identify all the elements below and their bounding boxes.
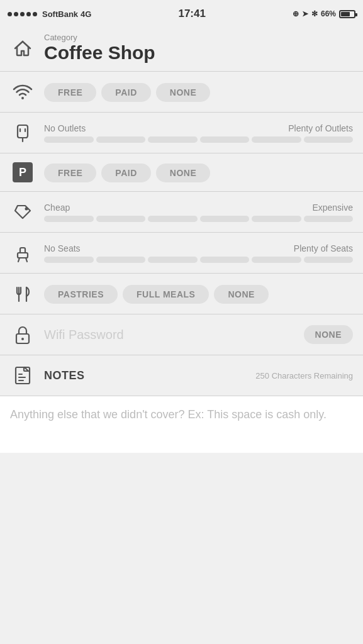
- food-toggle-group: PASTRIES FULL MEALS NONE: [44, 285, 353, 304]
- outlet-icon: [10, 121, 35, 144]
- wifi-options: FREE PAID NONE: [44, 82, 353, 102]
- wifi-none-button[interactable]: NONE: [156, 83, 210, 102]
- seats-seg-6: [304, 257, 354, 263]
- notes-icon: [10, 364, 35, 387]
- bluetooth-icon: ✻: [311, 9, 318, 18]
- wifi-paid-button[interactable]: PAID: [101, 83, 150, 102]
- seats-seg-1: [44, 257, 94, 263]
- wifi-section: FREE PAID NONE: [0, 72, 363, 113]
- wifi-toggle-group: FREE PAID NONE: [44, 83, 353, 102]
- parking-options: FREE PAID NONE: [44, 162, 353, 182]
- price-section: Cheap Expensive: [0, 192, 363, 233]
- slider-seg-4: [200, 136, 250, 143]
- page-title: Coffee Shop: [44, 42, 155, 64]
- seats-seg-4: [200, 257, 250, 263]
- price-seg-5: [252, 216, 301, 222]
- price-seg-6: [304, 216, 354, 222]
- outlets-section: No Outlets Plenty of Outlets: [0, 113, 363, 153]
- price-seg-3: [148, 216, 198, 222]
- seats-content: No Seats Plenty of Seats: [44, 243, 353, 263]
- price-icon: [10, 201, 35, 223]
- lock-icon: [10, 323, 35, 346]
- price-slider[interactable]: [44, 216, 353, 222]
- price-seg-4: [200, 216, 250, 222]
- food-icon: [10, 282, 35, 305]
- wifi-password-input[interactable]: Wifi Password: [44, 328, 296, 342]
- wifi-password-row: Wifi Password NONE: [44, 325, 353, 344]
- slider-seg-3: [148, 136, 198, 143]
- price-labels: Cheap Expensive: [44, 203, 353, 213]
- svg-rect-6: [18, 253, 28, 258]
- outlets-left-label: No Outlets: [44, 123, 86, 133]
- slider-seg-2: [96, 136, 146, 143]
- slider-seg-5: [252, 136, 301, 143]
- outlets-slider[interactable]: [44, 136, 353, 143]
- food-pastries-button[interactable]: PASTRIES: [44, 285, 118, 304]
- price-content: Cheap Expensive: [44, 203, 353, 222]
- notes-section: NOTES 250 Characters Remaining: [0, 355, 363, 396]
- seats-seg-5: [252, 257, 301, 263]
- price-right-label: Expensive: [312, 203, 353, 213]
- outlets-labels: No Outlets Plenty of Outlets: [44, 123, 353, 133]
- wifi-password-none-button[interactable]: NONE: [304, 325, 353, 344]
- network-label: 4G: [81, 9, 91, 19]
- wifi-free-button[interactable]: FREE: [44, 83, 96, 102]
- chars-remaining: 250 Characters Remaining: [255, 371, 353, 380]
- home-icon[interactable]: [10, 37, 35, 60]
- lock-status-icon: ⊕: [293, 9, 299, 18]
- parking-section: P FREE PAID NONE: [0, 153, 363, 192]
- seats-labels: No Seats Plenty of Seats: [44, 243, 353, 253]
- wifi-icon: [10, 80, 35, 103]
- svg-point-5: [25, 208, 28, 211]
- time-label: 17:41: [178, 8, 205, 20]
- wifi-password-content: Wifi Password NONE: [44, 325, 353, 344]
- slider-seg-6: [304, 136, 354, 143]
- carrier-label: SoftBank: [42, 9, 78, 19]
- signal-dots: [8, 12, 37, 16]
- price-seg-2: [96, 216, 146, 222]
- notes-textarea-section[interactable]: Anything else that we didn't cover? Ex: …: [0, 396, 363, 453]
- price-left-label: Cheap: [44, 203, 70, 213]
- price-seg-1: [44, 216, 94, 222]
- seats-seg-2: [96, 257, 146, 263]
- notes-title: NOTES: [44, 369, 85, 382]
- category-label: Category: [44, 33, 155, 42]
- seats-seg-3: [148, 257, 198, 263]
- food-none-button[interactable]: NONE: [214, 285, 268, 304]
- food-section: PASTRIES FULL MEALS NONE: [0, 274, 363, 314]
- header-text: Category Coffee Shop: [44, 33, 155, 64]
- parking-free-button[interactable]: FREE: [44, 164, 96, 182]
- battery-percent: 66%: [321, 9, 336, 18]
- food-full-meals-button[interactable]: FULL MEALS: [123, 285, 209, 304]
- status-left: SoftBank 4G: [8, 9, 91, 19]
- outlets-right-label: Plenty of Outlets: [288, 123, 353, 133]
- parking-toggle-group: FREE PAID NONE: [44, 164, 353, 182]
- seats-left-label: No Seats: [44, 243, 81, 253]
- notes-header: NOTES 250 Characters Remaining: [44, 369, 353, 382]
- seats-right-label: Plenty of Seats: [294, 243, 353, 253]
- seats-slider[interactable]: [44, 257, 353, 263]
- location-icon: ➤: [302, 9, 308, 18]
- wifi-password-section: Wifi Password NONE: [0, 314, 363, 355]
- parking-icon: P: [10, 162, 35, 182]
- parking-none-button[interactable]: NONE: [156, 164, 210, 182]
- parking-paid-button[interactable]: PAID: [101, 164, 150, 182]
- notes-placeholder-text[interactable]: Anything else that we didn't cover? Ex: …: [10, 408, 327, 421]
- status-bar: SoftBank 4G 17:41 ⊕ ➤ ✻ 66%: [0, 0, 363, 28]
- food-options: PASTRIES FULL MEALS NONE: [44, 284, 353, 304]
- svg-point-13: [21, 338, 24, 340]
- svg-rect-1: [18, 125, 28, 138]
- notes-content: NOTES 250 Characters Remaining: [44, 369, 353, 382]
- seats-section: No Seats Plenty of Seats: [0, 233, 363, 274]
- status-right: ⊕ ➤ ✻ 66%: [293, 9, 355, 18]
- outlets-content: No Outlets Plenty of Outlets: [44, 123, 353, 143]
- slider-seg-1: [44, 136, 94, 143]
- page-header: Category Coffee Shop: [0, 28, 363, 72]
- svg-point-0: [21, 97, 24, 99]
- seat-icon: [10, 242, 35, 264]
- battery-icon: [339, 10, 355, 18]
- parking-p-box: P: [13, 162, 33, 182]
